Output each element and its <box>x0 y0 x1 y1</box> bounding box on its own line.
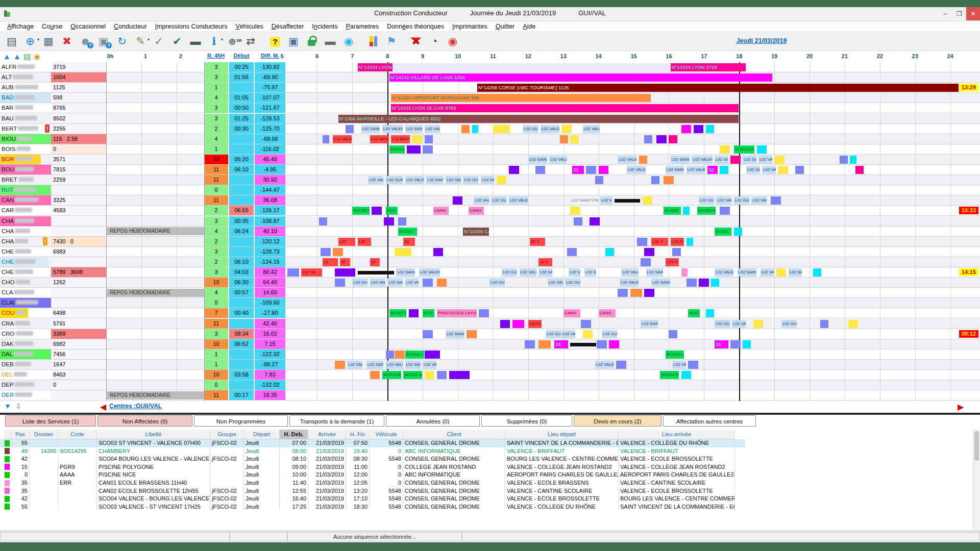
gantt-bar[interactable]: L02 SAINT <box>396 268 415 277</box>
gantt-bar[interactable]: PIS02 ECOLE LA FONTAINE <box>437 309 477 317</box>
gantt-bar[interactable]: CANO <box>599 309 616 317</box>
gantt-bar[interactable]: SCO12 L <box>666 350 684 359</box>
menu-item-aide[interactable]: Aide <box>519 22 540 31</box>
gantt-bar[interactable]: 26 <box>715 340 728 348</box>
gantt-bar[interactable] <box>609 340 619 348</box>
gantt-row[interactable]: DAK69821006:527.152626 <box>0 339 980 349</box>
gantt-bar[interactable] <box>567 248 577 256</box>
gantt-bar[interactable]: L02 SAINT <box>405 361 421 369</box>
gantt-bar[interactable] <box>535 166 546 174</box>
gantt-bar[interactable] <box>669 135 677 143</box>
gantt-row[interactable]: DEP00-132.02 <box>0 380 980 390</box>
gantt-bar[interactable] <box>574 217 582 226</box>
gantt-bar[interactable]: L02 GUIL <box>463 176 478 184</box>
gantt-bar[interactable]: CANO <box>433 207 449 215</box>
refresh-icon[interactable]: ↻ <box>114 34 130 49</box>
maximize-button[interactable]: ❐ <box>952 7 966 20</box>
gantt-bar[interactable]: SCO <box>386 207 398 215</box>
gantt-bar[interactable] <box>651 176 659 184</box>
gantt-bar[interactable]: L02 VAL <box>600 196 612 205</box>
gantt-bar[interactable] <box>820 320 828 328</box>
gantt-bar[interactable] <box>615 199 641 203</box>
table-header-Groupe[interactable]: Groupe <box>210 430 244 439</box>
gantt-bar[interactable] <box>323 135 329 143</box>
gantt-bar[interactable]: L02 GUIL <box>489 279 505 287</box>
gantt-row[interactable]: CHA300:35-108.87 <box>0 216 980 227</box>
gantt-bar[interactable]: L02 GUIl <box>565 279 580 287</box>
gantt-bar[interactable]: N°14334 LYON 3719 <box>358 63 393 71</box>
gantt-bar[interactable] <box>509 166 519 174</box>
gantt-bar[interactable] <box>586 166 596 174</box>
gantt-bar[interactable] <box>681 268 688 277</box>
gantt-bar[interactable] <box>453 196 463 205</box>
table-row[interactable]: 55SCO03 VALENCE - ST VINCENT 17H25jFSCO-… <box>0 503 745 511</box>
centres-link[interactable]: Centres :GUI//VAL <box>109 403 162 410</box>
table-header-select[interactable] <box>4 430 11 439</box>
gantt-row[interactable]: COU6498700:40-27.80SCO07 CSCOPIS02 ECOLE… <box>0 308 980 318</box>
gantt-bar[interactable]: L02 VALEN <box>620 279 639 287</box>
gantt-bar[interactable]: N°14334 LYON 3719 <box>671 63 746 71</box>
gantt-bar[interactable] <box>850 156 856 164</box>
gantt-bar[interactable] <box>605 248 614 256</box>
timer-icon[interactable]: ◔ <box>427 34 442 49</box>
driver-name[interactable]: BOU <box>0 165 53 174</box>
gantt-bar[interactable]: L02 VALEN <box>509 196 528 205</box>
gantt-bar[interactable]: L02 VALEl <box>347 361 362 369</box>
gantt-row[interactable]: BOR35711805:2045.40L02 SAINT PL02 VALENL… <box>0 155 980 165</box>
table-row[interactable]: 42SCO04 VALENCE - BOURG LES VALENCE 16H4… <box>0 495 745 503</box>
tab-devis-en-cours-2-[interactable]: Devis en cours (2) <box>574 415 662 427</box>
gantt-bar[interactable]: L02 SAINT <box>426 176 443 184</box>
gantt-bar[interactable]: L02 SAINT PIE <box>570 196 598 205</box>
gantt-bar[interactable] <box>644 289 654 297</box>
gantt-bar[interactable] <box>333 248 343 256</box>
gantt-row[interactable]: AUB11251-75.97N°14268 CORSE (ABC TOURISM… <box>0 83 980 93</box>
gantt-bar[interactable]: L02 VALENC <box>405 176 424 184</box>
gantt-bar[interactable] <box>590 217 600 226</box>
driver-name[interactable]: BAR <box>0 103 53 113</box>
gantt-bar[interactable] <box>813 268 821 277</box>
gantt-row[interactable]: CAN33251136.08L02 VALL02 GUIlL02 VALENL0… <box>0 195 980 206</box>
table-row[interactable]: 35ERRCAN01 ECOLE BRASSENS 11H40Jeudi11:4… <box>0 479 745 487</box>
gantt-bar[interactable]: L02 VAL <box>423 361 436 369</box>
gantt-bar[interactable]: L02 VAL <box>368 176 383 184</box>
gantt-bar[interactable] <box>720 166 728 174</box>
gantt-bar[interactable] <box>425 350 440 359</box>
gantt-bar[interactable] <box>467 330 477 338</box>
gantt-bar[interactable]: SCO05 V <box>352 207 369 215</box>
gantt-bar[interactable]: L02 GUIL <box>699 196 714 205</box>
gantt-bar[interactable] <box>472 125 479 133</box>
gantt-row[interactable]: DERREPOS HEBDOMADAIRE1100:1718.35 <box>0 390 980 400</box>
world-bus-icon[interactable]: ◉ <box>341 34 356 49</box>
gantt-bar[interactable] <box>656 135 667 143</box>
gantt-bar[interactable]: L12 BLV-V <box>391 135 410 143</box>
gantt-bar[interactable]: L12 VALE <box>333 135 352 143</box>
gantt-bar[interactable]: L23 G <box>671 238 684 246</box>
gantt-bar[interactable] <box>694 125 704 133</box>
driver-name[interactable]: BAD <box>0 93 53 103</box>
gantt-bar[interactable]: L02 SAINT P <box>446 330 464 338</box>
gantt-bar[interactable] <box>730 156 741 164</box>
gantt-bar[interactable]: L02 VALENC <box>419 268 439 277</box>
bus-icon[interactable]: ▬ <box>323 34 338 49</box>
gantt-row[interactable]: CHE206:10-134.15L3323232 VL23 G <box>0 257 980 267</box>
driver-name[interactable]: CLA <box>0 288 53 297</box>
gantt-row[interactable]: ALFR3719300:25-130.82N°14334 LYON 3719N°… <box>0 62 980 72</box>
gantt-bar[interactable]: SCO <box>423 309 434 317</box>
gantt-bar[interactable]: 26 <box>554 340 568 348</box>
menu-item-v-hicules[interactable]: Véhicules <box>231 22 267 31</box>
gantt-bar[interactable] <box>395 248 411 256</box>
gantt-bar[interactable] <box>848 320 859 328</box>
gantt-bar[interactable] <box>335 268 355 277</box>
gantt-bar[interactable]: L02 VALEN <box>520 268 536 277</box>
tab-non-affectées-9-[interactable]: Non Affectées (9) <box>97 415 192 427</box>
gantt-bar[interactable] <box>639 156 647 164</box>
gantt-bar[interactable] <box>423 330 433 338</box>
gantt-bar[interactable]: L02 SAINT P <box>666 166 684 174</box>
tab-liste-des-services-1-[interactable]: Liste des Services (1) <box>5 415 96 427</box>
gantt-bar[interactable]: 32 <box>340 258 350 266</box>
vehicle-search-icon[interactable]: ▣? <box>96 34 111 49</box>
driver-name[interactable]: BUT <box>0 185 53 195</box>
gantt-bar[interactable]: L02 GUIl <box>781 320 797 328</box>
gantt-row[interactable]: BIOU115 2.584-68.68L12 VALEL12 VALENL12 … <box>0 134 980 144</box>
gantt-bar[interactable]: L02 GUIL <box>584 268 596 277</box>
